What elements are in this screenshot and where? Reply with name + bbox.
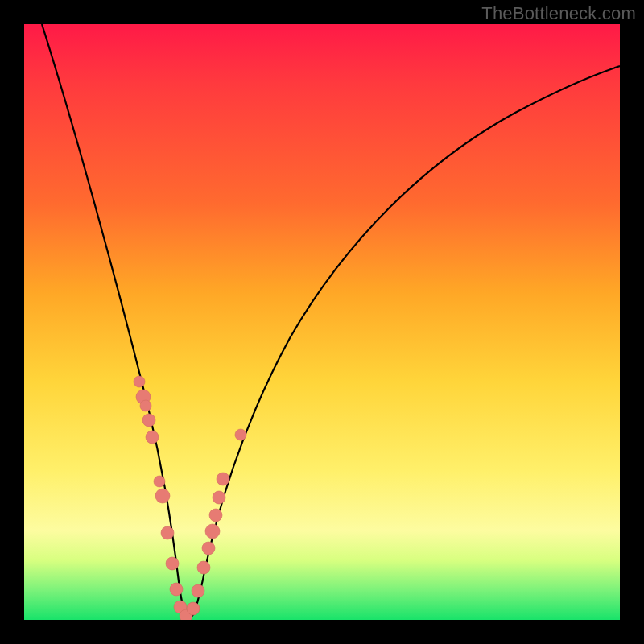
svg-point-2 (140, 400, 151, 411)
svg-point-4 (146, 431, 159, 444)
svg-point-20 (235, 429, 246, 440)
svg-point-0 (134, 376, 145, 387)
svg-point-17 (209, 509, 222, 522)
bottleneck-curve (42, 24, 620, 618)
highlighted-points (134, 376, 246, 620)
svg-point-19 (217, 473, 229, 485)
bottleneck-curve-svg (24, 24, 620, 620)
svg-point-7 (161, 526, 174, 539)
svg-point-12 (187, 602, 200, 615)
svg-point-15 (202, 542, 215, 555)
svg-point-8 (166, 557, 179, 570)
svg-point-5 (154, 476, 165, 487)
svg-point-18 (213, 491, 225, 504)
plot-area (24, 24, 620, 620)
chart-frame: TheBottleneck.com (0, 0, 644, 644)
svg-point-6 (155, 489, 170, 503)
svg-point-13 (192, 584, 204, 597)
svg-point-3 (142, 414, 155, 427)
svg-point-9 (170, 583, 183, 596)
watermark-text: TheBottleneck.com (481, 3, 636, 24)
svg-point-16 (205, 524, 220, 539)
svg-point-14 (197, 561, 210, 574)
